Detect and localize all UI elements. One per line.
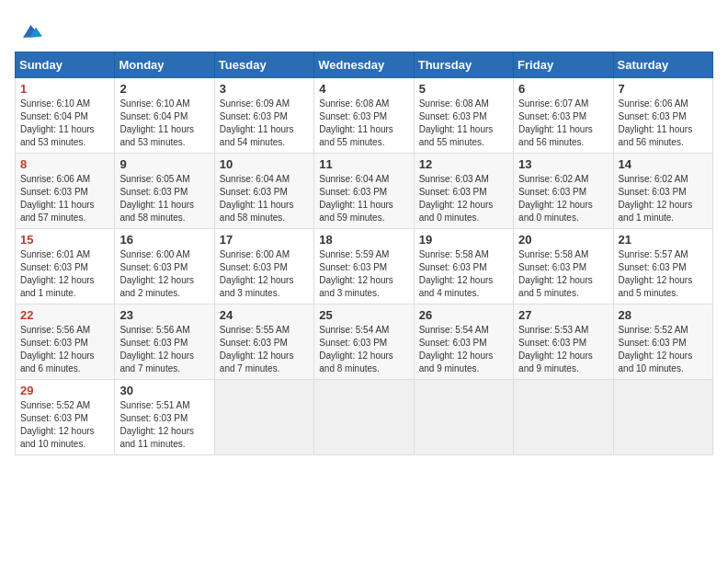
calendar-cell: 30Sunrise: 5:51 AM Sunset: 6:03 PM Dayli…: [115, 380, 214, 455]
weekday-wednesday: Wednesday: [314, 52, 414, 78]
day-info: Sunrise: 5:57 AM Sunset: 6:03 PM Dayligh…: [619, 248, 708, 300]
day-number: 29: [20, 384, 109, 397]
calendar-cell: 7Sunrise: 6:06 AM Sunset: 6:03 PM Daylig…: [613, 78, 712, 154]
weekday-saturday: Saturday: [613, 52, 712, 78]
day-number: 4: [319, 82, 408, 96]
logo: [15, 18, 42, 44]
day-info: Sunrise: 6:07 AM Sunset: 6:03 PM Dayligh…: [518, 98, 608, 149]
day-number: 3: [220, 82, 309, 96]
calendar-cell: 17Sunrise: 6:00 AM Sunset: 6:03 PM Dayli…: [214, 229, 313, 304]
weekday-monday: Monday: [115, 52, 214, 78]
calendar-cell: 13Sunrise: 6:02 AM Sunset: 6:03 PM Dayli…: [514, 154, 613, 229]
day-info: Sunrise: 5:52 AM Sunset: 6:03 PM Dayligh…: [619, 324, 708, 375]
calendar-cell: 28Sunrise: 5:52 AM Sunset: 6:03 PM Dayli…: [613, 304, 712, 380]
day-info: Sunrise: 6:04 AM Sunset: 6:03 PM Dayligh…: [319, 173, 408, 224]
day-info: Sunrise: 6:09 AM Sunset: 6:03 PM Dayligh…: [220, 98, 309, 149]
calendar-body: 1Sunrise: 6:10 AM Sunset: 6:04 PM Daylig…: [16, 78, 713, 455]
day-number: 21: [619, 233, 708, 247]
day-number: 14: [619, 157, 708, 171]
weekday-sunday: Sunday: [16, 52, 115, 78]
calendar-cell: [214, 380, 313, 455]
day-info: Sunrise: 6:03 AM Sunset: 6:03 PM Dayligh…: [419, 173, 508, 224]
day-number: 10: [220, 157, 309, 171]
weekday-tuesday: Tuesday: [214, 52, 313, 78]
calendar-cell: [613, 380, 712, 455]
calendar-cell: 27Sunrise: 5:53 AM Sunset: 6:03 PM Dayli…: [514, 304, 613, 380]
calendar-cell: 15Sunrise: 6:01 AM Sunset: 6:03 PM Dayli…: [16, 229, 115, 304]
calendar-cell: 21Sunrise: 5:57 AM Sunset: 6:03 PM Dayli…: [613, 229, 712, 304]
day-info: Sunrise: 6:08 AM Sunset: 6:03 PM Dayligh…: [419, 98, 508, 149]
day-number: 22: [20, 308, 109, 322]
day-number: 12: [419, 157, 508, 171]
day-info: Sunrise: 6:06 AM Sunset: 6:03 PM Dayligh…: [20, 173, 109, 224]
day-number: 11: [319, 157, 408, 171]
calendar-cell: [414, 380, 513, 455]
calendar-cell: 18Sunrise: 5:59 AM Sunset: 6:03 PM Dayli…: [314, 229, 414, 304]
page-header: [15, 15, 713, 44]
weekday-friday: Friday: [514, 52, 613, 78]
calendar-cell: 22Sunrise: 5:56 AM Sunset: 6:03 PM Dayli…: [16, 304, 115, 380]
calendar-cell: 23Sunrise: 5:56 AM Sunset: 6:03 PM Dayli…: [115, 304, 214, 380]
calendar-cell: 12Sunrise: 6:03 AM Sunset: 6:03 PM Dayli…: [414, 154, 513, 229]
day-number: 1: [20, 82, 109, 96]
calendar-cell: [314, 380, 414, 455]
calendar-cell: 6Sunrise: 6:07 AM Sunset: 6:03 PM Daylig…: [514, 78, 613, 154]
day-info: Sunrise: 5:58 AM Sunset: 6:03 PM Dayligh…: [419, 248, 508, 300]
calendar-table: SundayMondayTuesdayWednesdayThursdayFrid…: [15, 52, 713, 455]
day-info: Sunrise: 5:56 AM Sunset: 6:03 PM Dayligh…: [20, 324, 109, 375]
calendar-cell: 4Sunrise: 6:08 AM Sunset: 6:03 PM Daylig…: [314, 78, 414, 154]
day-info: Sunrise: 6:02 AM Sunset: 6:03 PM Dayligh…: [619, 173, 708, 224]
calendar-cell: 26Sunrise: 5:54 AM Sunset: 6:03 PM Dayli…: [414, 304, 513, 380]
day-number: 27: [518, 308, 608, 322]
calendar-cell: 16Sunrise: 6:00 AM Sunset: 6:03 PM Dayli…: [115, 229, 214, 304]
day-number: 23: [119, 308, 209, 322]
calendar-cell: 25Sunrise: 5:54 AM Sunset: 6:03 PM Dayli…: [314, 304, 414, 380]
day-info: Sunrise: 5:54 AM Sunset: 6:03 PM Dayligh…: [319, 324, 408, 375]
calendar-cell: 24Sunrise: 5:55 AM Sunset: 6:03 PM Dayli…: [214, 304, 313, 380]
calendar-cell: 3Sunrise: 6:09 AM Sunset: 6:03 PM Daylig…: [214, 78, 313, 154]
day-info: Sunrise: 5:54 AM Sunset: 6:03 PM Dayligh…: [419, 324, 508, 375]
day-info: Sunrise: 5:52 AM Sunset: 6:03 PM Dayligh…: [20, 399, 109, 451]
week-row-1: 1Sunrise: 6:10 AM Sunset: 6:04 PM Daylig…: [16, 78, 713, 154]
day-number: 5: [419, 82, 508, 96]
day-info: Sunrise: 5:51 AM Sunset: 6:03 PM Dayligh…: [119, 399, 209, 451]
week-row-4: 22Sunrise: 5:56 AM Sunset: 6:03 PM Dayli…: [16, 304, 713, 380]
logo-icon: [17, 18, 42, 44]
day-info: Sunrise: 6:04 AM Sunset: 6:03 PM Dayligh…: [220, 173, 309, 224]
day-number: 6: [518, 82, 608, 96]
week-row-5: 29Sunrise: 5:52 AM Sunset: 6:03 PM Dayli…: [16, 380, 713, 455]
calendar-cell: [514, 380, 613, 455]
day-number: 26: [419, 308, 508, 322]
calendar-cell: 14Sunrise: 6:02 AM Sunset: 6:03 PM Dayli…: [613, 154, 712, 229]
day-number: 13: [518, 157, 608, 171]
day-info: Sunrise: 6:00 AM Sunset: 6:03 PM Dayligh…: [119, 248, 209, 300]
day-info: Sunrise: 5:58 AM Sunset: 6:03 PM Dayligh…: [518, 248, 608, 300]
calendar-cell: 5Sunrise: 6:08 AM Sunset: 6:03 PM Daylig…: [414, 78, 513, 154]
day-info: Sunrise: 5:55 AM Sunset: 6:03 PM Dayligh…: [220, 324, 309, 375]
day-number: 25: [319, 308, 408, 322]
day-info: Sunrise: 6:00 AM Sunset: 6:03 PM Dayligh…: [220, 248, 309, 300]
day-info: Sunrise: 5:56 AM Sunset: 6:03 PM Dayligh…: [119, 324, 209, 375]
calendar-cell: 8Sunrise: 6:06 AM Sunset: 6:03 PM Daylig…: [16, 154, 115, 229]
day-info: Sunrise: 6:10 AM Sunset: 6:04 PM Dayligh…: [20, 98, 109, 149]
day-number: 20: [518, 233, 608, 247]
day-info: Sunrise: 6:10 AM Sunset: 6:04 PM Dayligh…: [119, 98, 209, 149]
calendar-cell: 9Sunrise: 6:05 AM Sunset: 6:03 PM Daylig…: [115, 154, 214, 229]
day-number: 7: [619, 82, 708, 96]
day-number: 9: [119, 157, 209, 171]
day-number: 17: [220, 233, 309, 247]
week-row-2: 8Sunrise: 6:06 AM Sunset: 6:03 PM Daylig…: [16, 154, 713, 229]
day-info: Sunrise: 5:53 AM Sunset: 6:03 PM Dayligh…: [518, 324, 608, 375]
day-info: Sunrise: 6:01 AM Sunset: 6:03 PM Dayligh…: [20, 248, 109, 300]
week-row-3: 15Sunrise: 6:01 AM Sunset: 6:03 PM Dayli…: [16, 229, 713, 304]
calendar-cell: 2Sunrise: 6:10 AM Sunset: 6:04 PM Daylig…: [115, 78, 214, 154]
day-info: Sunrise: 6:08 AM Sunset: 6:03 PM Dayligh…: [319, 98, 408, 149]
weekday-header-row: SundayMondayTuesdayWednesdayThursdayFrid…: [16, 52, 713, 78]
day-number: 24: [220, 308, 309, 322]
day-number: 16: [119, 233, 209, 247]
weekday-thursday: Thursday: [414, 52, 513, 78]
day-info: Sunrise: 6:06 AM Sunset: 6:03 PM Dayligh…: [619, 98, 708, 149]
day-number: 18: [319, 233, 408, 247]
calendar-cell: 10Sunrise: 6:04 AM Sunset: 6:03 PM Dayli…: [214, 154, 313, 229]
day-number: 30: [119, 384, 209, 397]
